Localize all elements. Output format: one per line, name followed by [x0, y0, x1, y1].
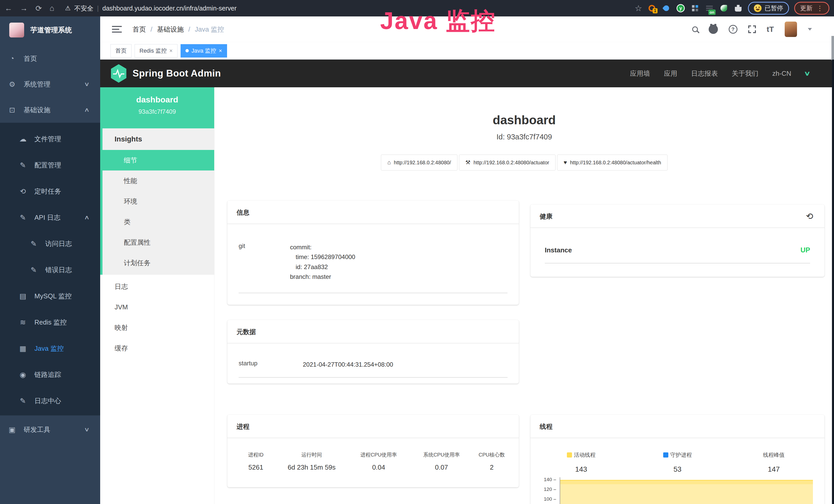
sidebar-collapse-icon[interactable] [112, 25, 122, 33]
threads-legend: 活动线程 守护进程 线程峰值 [530, 438, 825, 459]
bookmark-star-icon[interactable]: ☆ [635, 3, 642, 13]
extension-oneclick-icon[interactable]: 1 [647, 4, 657, 13]
browser-back-icon[interactable]: ← [5, 4, 12, 13]
startup-label: startup [239, 360, 303, 367]
briefcase-icon: ▣ [8, 426, 17, 434]
process-uptime-value: 6d 23h 15m 59s [278, 463, 345, 472]
sidebar-item-config-management[interactable]: ✎ 配置管理 [0, 152, 100, 178]
process-col-system-cpu: 系统CPU使用率 [412, 451, 471, 458]
sidebar-item-scheduled-tasks[interactable]: ⟲ 定时任务 [0, 178, 100, 204]
sba-menu-details[interactable]: 细节 [100, 150, 214, 170]
sidebar-item-dev-tools[interactable]: ▣ 研发工具 ∨ [0, 415, 100, 444]
process-table: 进程ID 运行时间 进程CPU使用率 系统CPU使用率 CPU核心数 5261 … [227, 438, 519, 472]
close-icon[interactable]: × [169, 47, 173, 54]
tab-home[interactable]: 首页 [110, 44, 132, 58]
extension-on-icon[interactable]: on [705, 4, 714, 13]
locale-chevron-down-icon[interactable]: ∨ [804, 70, 811, 77]
sba-menu-scheduled-tasks[interactable]: 计划任务 [100, 253, 214, 273]
sidebar-item-tracing[interactable]: ◉ 链路追踪 [0, 362, 100, 388]
browser-home-icon[interactable]: ⌂ [49, 4, 54, 13]
search-icon[interactable] [692, 26, 698, 32]
browser-update-button[interactable]: 更新 ⋮ [794, 2, 829, 15]
y-tick-120: 120 [541, 486, 556, 492]
sidebar-item-system[interactable]: ⚙ 系统管理 ∨ [0, 71, 100, 97]
user-avatar[interactable] [785, 22, 797, 37]
paused-profile-chip[interactable]: 已暂停 [748, 2, 789, 15]
breadcrumb-infrastructure[interactable]: 基础设施 [157, 25, 184, 34]
sidebar-item-mysql-monitor[interactable]: ▤ MySQL 监控 [0, 283, 100, 309]
not-secure-label[interactable]: 不安全 [74, 4, 93, 13]
chevron-up-icon: ∧ [84, 107, 90, 113]
extension-pin-icon[interactable] [662, 4, 671, 13]
sba-nav-wallboard[interactable]: 应用墙 [630, 69, 650, 78]
scrollbar-thumb[interactable] [831, 36, 834, 60]
extension-leaf-icon[interactable] [719, 4, 728, 13]
extension-grid-icon[interactable] [690, 4, 700, 13]
fullscreen-icon[interactable] [748, 25, 756, 33]
tab-java-monitor[interactable]: Java 监控 × [180, 44, 227, 58]
git-info-row: git commit: time: 1596289704000 id: 27aa… [227, 224, 519, 282]
url-text[interactable]: dashboard.yudao.iocoder.cn/infra/admin-s… [103, 5, 237, 12]
page-title: dashboard [215, 113, 834, 127]
sba-menu-mappings[interactable]: 映射 [100, 317, 214, 338]
sidebar-item-home[interactable]: ◔ 首页 [0, 46, 100, 71]
health-history-icon[interactable]: ⟲ [806, 211, 813, 221]
avatar-caret-down-icon[interactable] [808, 28, 812, 30]
breadcrumb-home[interactable]: 首页 [133, 25, 146, 34]
live-threads-value: 143 [575, 465, 587, 474]
daemon-threads-value: 53 [674, 465, 681, 474]
health-instance-row: Instance UP [530, 228, 825, 254]
system-cpu-value: 0.07 [412, 463, 471, 472]
edit-icon: ✎ [19, 161, 27, 169]
font-size-icon[interactable]: tT [767, 25, 774, 33]
sidebar-item-api-logs[interactable]: ✎ API 日志 ∧ [0, 204, 100, 231]
browser-forward-icon[interactable]: → [20, 4, 28, 13]
close-icon[interactable]: × [219, 47, 222, 54]
sidebar-item-access-logs[interactable]: ✎ 访问日志 [0, 231, 100, 257]
sba-brand[interactable]: Spring Boot Admin [110, 64, 221, 83]
sba-instance-header[interactable]: dashboard 93a3fc7f7409 [100, 87, 214, 129]
monitor-icon: ⊡ [8, 106, 17, 114]
sidebar-item-file-management[interactable]: ☁ 文件管理 [0, 126, 100, 152]
sidebar-item-redis-monitor[interactable]: ≋ Redis 监控 [0, 309, 100, 335]
sba-menu-config-props[interactable]: 配置属性 [100, 232, 214, 253]
row-divider [239, 293, 507, 293]
not-secure-warning-icon: ⚠ [65, 5, 71, 12]
update-label: 更新 [800, 4, 812, 12]
sba-menu-environment[interactable]: 环境 [100, 191, 214, 211]
sidebar-item-java-monitor[interactable]: ▦ Java 监控 [0, 335, 100, 362]
sba-nav-journal[interactable]: 日志报表 [691, 69, 718, 78]
heart-icon: ♥ [564, 159, 567, 166]
browser-reload-icon[interactable]: ⟳ [36, 4, 42, 13]
sba-menu-metrics[interactable]: 性能 [100, 170, 214, 191]
extension-puzzle-icon[interactable] [733, 4, 743, 13]
sba-nav-about[interactable]: 关于我们 [732, 69, 759, 78]
tab-redis-monitor[interactable]: Redis 监控 × [135, 44, 177, 58]
help-icon[interactable]: ? [729, 25, 738, 33]
sba-menu-jvm[interactable]: JVM [100, 297, 214, 317]
eye-icon: ◉ [19, 370, 27, 379]
health-url-button[interactable]: ♥ http://192.168.0.2:48080/actuator/heal… [557, 155, 667, 170]
sidebar-item-infrastructure[interactable]: ⊡ 基础设施 ∧ [0, 97, 100, 123]
gear-icon: ⚙ [8, 80, 17, 89]
sba-navbar: Spring Boot Admin 应用墙 应用 日志报表 关于我们 zh-CN… [100, 60, 834, 87]
tags-view-bar: 首页 Redis 监控 × Java 监控 × [100, 42, 834, 60]
sba-nav-applications[interactable]: 应用 [664, 69, 677, 78]
sba-menu-logs[interactable]: 日志 [100, 276, 214, 297]
service-url-button[interactable]: ⌂ http://192.168.0.2:48080/ [381, 155, 458, 170]
sba-locale-select[interactable]: zh-CN [772, 70, 791, 77]
sidebar-item-error-logs[interactable]: ✎ 错误日志 [0, 257, 100, 283]
spring-boot-admin-logo-icon [110, 64, 127, 83]
address-bar[interactable]: ⚠ 不安全 | dashboard.yudao.iocoder.cn/infra… [65, 4, 237, 13]
sba-menu-caches[interactable]: 缓存 [100, 338, 214, 359]
extension-y-icon[interactable]: y [676, 4, 685, 13]
actuator-url-button[interactable]: ⚒ http://192.168.0.2:48080/actuator [459, 155, 555, 170]
app-logo[interactable]: 芋道管理系统 [0, 17, 100, 44]
browser-menu-icon[interactable]: ⋮ [816, 4, 824, 12]
github-icon[interactable] [709, 25, 718, 34]
process-cpu-value: 0.04 [345, 463, 412, 472]
threads-chart: 140 120 100 [541, 476, 813, 504]
sba-menu-classes[interactable]: 类 [100, 211, 214, 232]
sidebar-item-log-center[interactable]: ✎ 日志中心 [0, 388, 100, 414]
instance-url-group: ⌂ http://192.168.0.2:48080/ ⚒ http://192… [215, 155, 834, 170]
